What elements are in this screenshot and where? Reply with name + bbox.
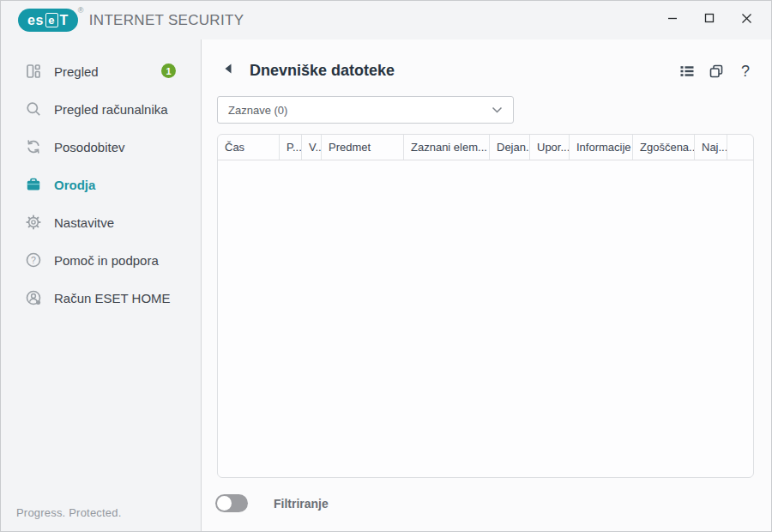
brand-tagline: Progress. Protected. [16, 506, 122, 519]
sidebar-item-pregled[interactable]: Pregled 1 [1, 52, 201, 90]
minimize-icon [667, 13, 678, 23]
sidebar-item-nastavitve[interactable]: Nastavitve [1, 203, 201, 241]
svg-text:?: ? [31, 255, 36, 265]
column-header[interactable]: P... [280, 135, 302, 160]
help-circle-icon: ? [25, 251, 42, 269]
gear-icon [25, 214, 42, 231]
registered-mark: ® [78, 6, 84, 15]
sidebar-item-pomoc-in-podpora[interactable]: ? Pomoč in podpora [1, 241, 201, 279]
copy-icon-button[interactable] [706, 61, 727, 82]
sidebar-item-label: Posodobitev [54, 140, 125, 154]
main-content: Dnevniške datoteke ? Zaznave (0) ČasP...… [202, 39, 771, 531]
detections-dropdown[interactable]: Zaznave (0) [217, 96, 514, 124]
notification-badge: 1 [161, 63, 176, 78]
back-button[interactable] [224, 63, 232, 74]
details-list-icon-button[interactable] [677, 61, 697, 82]
window-controls [660, 5, 759, 31]
page-header: Dnevniške datoteke ? [202, 39, 771, 88]
help-icon-button[interactable]: ? [735, 61, 756, 82]
sidebar-item-pregled-racunalnika[interactable]: Pregled računalnika [1, 90, 201, 128]
sidebar-item-label: Pomoč in podpora [54, 253, 159, 268]
column-header[interactable]: Naj... [695, 135, 727, 160]
column-header[interactable]: Upor... [530, 135, 570, 160]
refresh-icon [25, 138, 42, 155]
page-title: Dnevniške datoteke [250, 62, 395, 80]
column-header[interactable]: Zaznani elem... [404, 135, 490, 160]
close-icon [741, 13, 752, 24]
sidebar-item-label: Pregled [54, 64, 99, 79]
table-body [218, 160, 753, 477]
titlebar: eseT ® INTERNET SECURITY [1, 1, 771, 39]
minimize-button[interactable] [660, 5, 685, 31]
dashboard-icon [25, 63, 42, 80]
eset-window: eseT ® INTERNET SECURITY Pregled 1 [0, 0, 772, 532]
log-table: ČasP...V...PredmetZaznani elem...Dejan..… [217, 134, 754, 478]
search-icon [25, 100, 42, 118]
column-header[interactable]: Dejan... [490, 135, 530, 160]
sidebar-item-racun-eset-home[interactable]: Račun ESET HOME [1, 279, 201, 317]
product-name: INTERNET SECURITY [89, 12, 244, 29]
filter-toggle[interactable] [215, 494, 248, 512]
close-button[interactable] [733, 5, 759, 31]
column-header-filler [727, 135, 753, 160]
sidebar-item-label: Orodja [54, 178, 95, 192]
sidebar: Pregled 1 Pregled računalnika Posodobite… [1, 39, 201, 531]
eset-logo: eseT ® INTERNET SECURITY [18, 9, 244, 32]
column-header[interactable]: Čas [218, 135, 280, 160]
chevron-down-icon [492, 106, 503, 113]
back-arrow-icon [224, 63, 232, 74]
account-icon [25, 289, 42, 306]
table-header-row: ČasP...V...PredmetZaznani elem...Dejan..… [218, 135, 753, 160]
dropdown-selected-value: Zaznave (0) [228, 104, 492, 117]
help-icon: ? [741, 63, 750, 81]
column-header[interactable]: Informacije [570, 135, 633, 160]
maximize-icon [704, 13, 715, 23]
toggle-knob [217, 496, 232, 511]
eset-logo-pill: eseT ® [18, 9, 78, 32]
column-header[interactable]: Zgoščena... [633, 135, 695, 160]
sidebar-item-posodobitev[interactable]: Posodobitev [1, 128, 201, 166]
copy-icon [708, 63, 725, 80]
filter-toggle-label: Filtriranje [274, 497, 329, 511]
maximize-button[interactable] [697, 5, 722, 31]
sidebar-item-label: Nastavitve [54, 215, 114, 230]
briefcase-icon [25, 176, 42, 193]
column-header[interactable]: Predmet [322, 135, 404, 160]
details-list-icon [679, 63, 696, 80]
filter-row: Filtriranje [215, 494, 329, 512]
header-toolbar: ? [677, 61, 756, 82]
logo-boxed-letter: e [45, 13, 58, 27]
logo-text-left: es [27, 13, 44, 28]
sidebar-item-label: Račun ESET HOME [54, 291, 171, 305]
logo-text-right: T [60, 13, 69, 28]
column-header[interactable]: V... [302, 135, 322, 160]
sidebar-item-label: Pregled računalnika [54, 102, 168, 117]
sidebar-item-orodja[interactable]: Orodja [1, 166, 201, 203]
